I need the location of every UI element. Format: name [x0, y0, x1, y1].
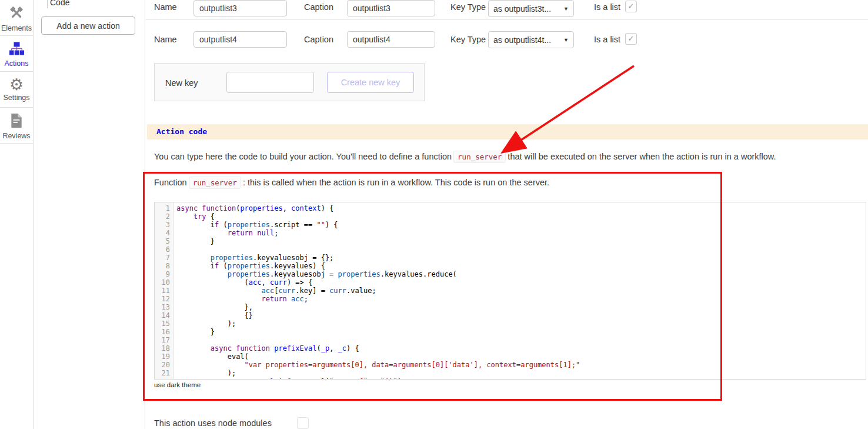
create-new-key-button[interactable]: Create new key [327, 72, 414, 93]
function-description: Functionrun_server: this is called when … [154, 178, 549, 187]
new-key-input[interactable] [226, 72, 314, 93]
add-new-action-button[interactable]: Add a new action [41, 16, 135, 35]
name-input[interactable] [193, 31, 287, 48]
document-icon [10, 120, 23, 130]
row-divider [145, 19, 868, 20]
action-code-description: You can type here the code to build your… [154, 152, 776, 161]
code-lines[interactable]: async function(properties, context) { tr… [173, 202, 866, 379]
node-modules-checkbox[interactable] [297, 417, 309, 429]
sidebar-item-actions[interactable]: Actions [0, 36, 33, 72]
gear-icon: ⚙ [9, 77, 24, 92]
caption-input[interactable] [347, 31, 435, 48]
name-label: Name [154, 35, 177, 44]
use-dark-theme-link[interactable]: use dark theme [154, 381, 201, 388]
sidebar-item-label: Actions [0, 59, 33, 68]
run-server-token: run_server [189, 177, 241, 189]
tools-icon [9, 12, 24, 22]
annotation-arrow [488, 56, 647, 162]
node-modules-label: This action uses node modules [154, 418, 272, 428]
is-a-list-label: Is a list [594, 35, 620, 44]
is-a-list-checkbox[interactable]: ✓ [625, 1, 637, 12]
is-a-list-checkbox[interactable]: ✓ [625, 33, 637, 45]
run-server-token: run_server [453, 151, 506, 163]
chevron-down-icon: ▼ [560, 37, 569, 43]
tree-guide-line [47, 0, 48, 8]
actions-list-panel: Code Add a new action [34, 0, 145, 429]
code-editor[interactable]: 123456789101112131415161718192021 async … [154, 202, 866, 380]
key-type-dropdown[interactable]: as outputlist4t... ▼ [488, 31, 574, 48]
sidebar-item-settings[interactable]: ⚙ Settings [0, 72, 33, 108]
check-icon: ✓ [628, 34, 635, 43]
code-gutter: 123456789101112131415161718192021 [155, 202, 173, 379]
sidebar-item-elements[interactable]: Elements [0, 0, 33, 36]
new-key-label: New key [165, 78, 198, 88]
tree-item-code[interactable]: Code [50, 0, 69, 7]
key-type-label: Key Type [450, 2, 486, 12]
chevron-down-icon: ▼ [560, 6, 569, 12]
caption-label: Caption [304, 35, 333, 44]
new-key-box: New key Create new key [154, 63, 425, 101]
check-icon: ✓ [628, 2, 635, 11]
is-a-list-label: Is a list [594, 2, 620, 12]
caption-label: Caption [304, 2, 333, 12]
sidebar-item-reviews[interactable]: Reviews [0, 108, 33, 144]
sidebar-item-label: Settings [0, 94, 33, 102]
sidebar-item-label: Elements [0, 24, 33, 32]
sitemap-icon [9, 48, 25, 58]
action-code-title: Action code [156, 127, 207, 136]
name-label: Name [154, 2, 177, 12]
key-type-label: Key Type [450, 35, 486, 44]
name-input[interactable] [193, 0, 287, 16]
caption-input[interactable] [347, 0, 435, 16]
sidebar-item-label: Reviews [0, 132, 33, 140]
icon-rail: Elements Actions ⚙ Settings [0, 0, 34, 429]
key-type-dropdown[interactable]: as outputlist3t... ▼ [488, 0, 574, 17]
action-code-band: Action code [147, 124, 868, 139]
